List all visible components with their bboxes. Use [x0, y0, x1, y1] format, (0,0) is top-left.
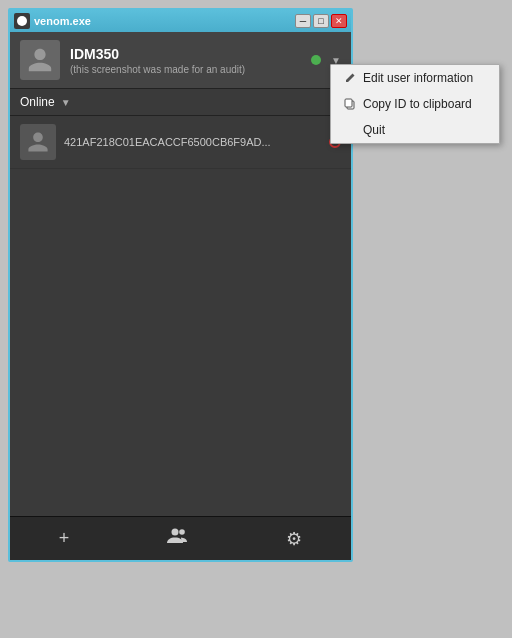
contact-avatar [20, 124, 56, 160]
user-avatar [20, 40, 60, 80]
bottom-bar: + ⚙ [10, 516, 351, 560]
user-header: IDM350 (this screenshot was made for an … [10, 32, 351, 89]
user-info: IDM350 (this screenshot was made for an … [70, 46, 301, 75]
status-bar[interactable]: Online ▼ [10, 89, 351, 116]
main-window: venom.exe ─ □ ✕ IDM350 (this screenshot … [8, 8, 353, 562]
close-button[interactable]: ✕ [331, 14, 347, 28]
user-status-dot [311, 55, 321, 65]
context-menu-quit[interactable]: Quit [331, 117, 499, 143]
quit-icon [343, 123, 357, 137]
context-menu: Edit user information Copy ID to clipboa… [330, 64, 500, 144]
svg-point-2 [179, 529, 185, 535]
status-label: Online [20, 95, 55, 109]
minimize-button[interactable]: ─ [295, 14, 311, 28]
app-icon [14, 13, 30, 29]
status-dropdown-arrow: ▼ [61, 97, 71, 108]
user-name: IDM350 [70, 46, 301, 62]
context-menu-copy-label: Copy ID to clipboard [363, 97, 472, 111]
titlebar-title: venom.exe [34, 15, 91, 27]
add-group-button[interactable] [147, 521, 209, 556]
svg-rect-4 [345, 99, 352, 107]
maximize-button[interactable]: □ [313, 14, 329, 28]
add-group-icon [167, 527, 189, 545]
titlebar-controls: ─ □ ✕ [295, 14, 347, 28]
user-subtitle: (this screenshot was made for an audit) [70, 64, 301, 75]
titlebar-left: venom.exe [14, 13, 91, 29]
pencil-icon [343, 71, 357, 85]
add-contact-button[interactable]: + [39, 522, 90, 555]
user-avatar-icon [26, 46, 54, 74]
titlebar: venom.exe ─ □ ✕ [10, 10, 351, 32]
context-menu-quit-label: Quit [363, 123, 385, 137]
settings-button[interactable]: ⚙ [266, 522, 322, 556]
contact-id: 421AF218C01EACACCF6500CB6F9AD... [64, 136, 321, 148]
svg-point-0 [17, 16, 27, 26]
contact-item[interactable]: 421AF218C01EACACCF6500CB6F9AD... [10, 116, 351, 169]
context-menu-edit[interactable]: Edit user information [331, 65, 499, 91]
svg-point-1 [171, 529, 178, 536]
context-menu-copy[interactable]: Copy ID to clipboard [331, 91, 499, 117]
copy-icon [343, 97, 357, 111]
context-menu-edit-label: Edit user information [363, 71, 473, 85]
contact-avatar-icon [26, 130, 50, 154]
contact-list: 421AF218C01EACACCF6500CB6F9AD... [10, 116, 351, 516]
